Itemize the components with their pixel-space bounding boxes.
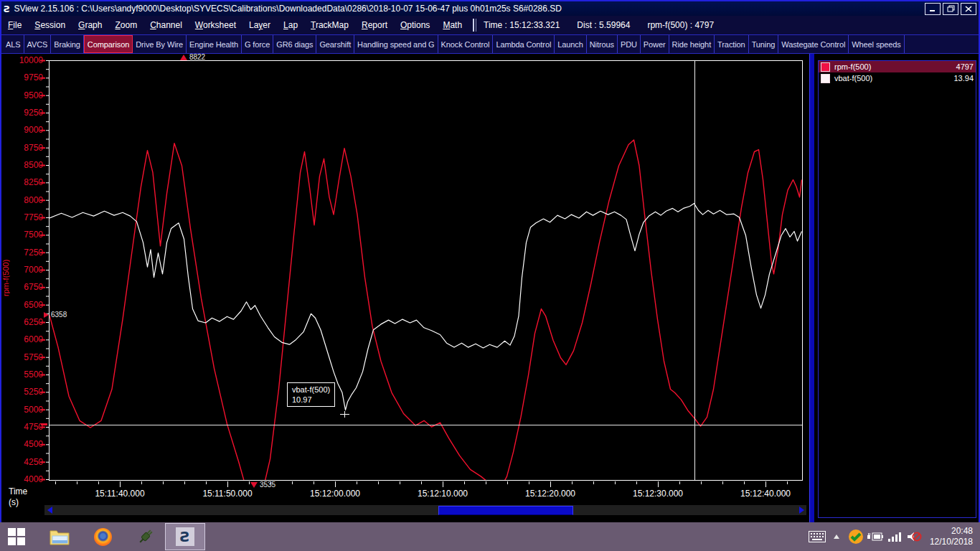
scroll-left-arrow[interactable] <box>44 505 55 515</box>
tab-pdu[interactable]: PDU <box>618 35 641 53</box>
start-button[interactable] <box>0 522 33 551</box>
keyboard-icon[interactable] <box>808 522 827 551</box>
menu-report[interactable]: Report <box>355 20 394 30</box>
restore-button[interactable] <box>943 3 958 15</box>
tab-wastegate-control[interactable]: Wastegate Control <box>778 35 849 53</box>
restore-icon <box>947 5 955 12</box>
tab-braking[interactable]: Braking <box>51 35 84 53</box>
y-axis-tick-label: 4250 <box>1 457 43 467</box>
plot-area[interactable] <box>49 60 803 481</box>
y-axis-tick-label: 5750 <box>1 352 43 362</box>
panel-splitter[interactable] <box>809 54 814 522</box>
chart-region: rpm-f(500) 8822 3535 6358 <box>1 54 809 522</box>
plug-icon <box>136 527 155 546</box>
battery-power-icon[interactable] <box>866 522 885 551</box>
y-axis-tick-label: 8250 <box>1 177 43 187</box>
x-axis-tick-label: 15:11:50.000 <box>195 489 260 499</box>
y-axis-tick-label: 7000 <box>1 265 43 275</box>
tab-gr6-diags[interactable]: GR6 diags <box>273 35 316 53</box>
tab-power[interactable]: Power <box>641 35 669 53</box>
scroll-right-arrow[interactable] <box>796 505 806 515</box>
y-axis-tick-label: 6250 <box>1 317 43 327</box>
network-signal-icon[interactable] <box>885 522 905 551</box>
time-scrollbar[interactable] <box>44 505 806 515</box>
menu-math[interactable]: Math <box>436 20 468 30</box>
time-cursor-line[interactable] <box>694 61 695 480</box>
y-axis-tick-label: 6000 <box>1 334 43 344</box>
taskbar-clock[interactable]: 20:48 12/10/2018 <box>930 526 973 547</box>
x-axis-tick-label: 15:12:30.000 <box>626 489 690 499</box>
tab-nitrous[interactable]: Nitrous <box>587 35 618 53</box>
value-cursor-line[interactable] <box>50 425 802 425</box>
menu-items: FileSessionGraphZoomChannelWorksheetLaye… <box>1 20 468 30</box>
sview-logo-icon: Ƨ <box>176 527 194 546</box>
tab-avcs[interactable]: AVCS <box>24 35 52 53</box>
menu-channel[interactable]: Channel <box>143 20 189 30</box>
menu-trackmap[interactable]: TrackMap <box>304 20 355 30</box>
y-axis-tick-label: 9500 <box>1 90 43 100</box>
triangle-right-icon <box>44 312 49 318</box>
triangle-down-icon <box>250 482 258 488</box>
legend-row[interactable]: rpm-f(500)4797 <box>819 61 976 72</box>
legend-channel-value: 13.94 <box>953 74 974 83</box>
menu-lap[interactable]: Lap <box>277 20 304 30</box>
menu-options[interactable]: Options <box>394 20 436 30</box>
tab-als[interactable]: ALS <box>3 35 24 53</box>
x-axis-tick-label: 15:12:40.000 <box>733 489 798 499</box>
firefox-button[interactable] <box>86 522 119 551</box>
y-axis-tick-label: 7750 <box>1 212 43 222</box>
tab-launch[interactable]: Launch <box>555 35 587 53</box>
tab-wheel-speeds[interactable]: Wheel speeds <box>849 35 905 53</box>
tab-engine-health[interactable]: Engine Health <box>187 35 242 53</box>
x-axis-title: Time (s) <box>9 486 27 508</box>
menu-file[interactable]: File <box>1 20 28 30</box>
y-axis-tick-label: 4000 <box>1 474 43 484</box>
status-dist: Dist : 5.59964 <box>577 20 630 30</box>
connector-app-button[interactable] <box>129 522 162 551</box>
menu-worksheet[interactable]: Worksheet <box>189 20 242 30</box>
legend-rows: rpm-f(500)4797vbat-f(500)13.94 <box>819 61 976 84</box>
window-title: SView 2.15.106 : C:\Users\andyf9000\Desk… <box>14 4 925 14</box>
menu-session[interactable]: Session <box>28 20 72 30</box>
trace-start-label: 6358 <box>51 311 67 319</box>
status-channel-value: rpm-f(500) : 4797 <box>647 20 714 30</box>
tab-ride-height[interactable]: Ride height <box>669 35 715 53</box>
x-axis-tick-label: 15:11:40.000 <box>88 489 152 499</box>
tab-traction[interactable]: Traction <box>715 35 749 53</box>
chevron-up-icon[interactable] <box>827 522 847 551</box>
y-axis-tick-label: 5500 <box>1 369 43 380</box>
triangle-up-icon <box>180 55 187 60</box>
tab-drive-by-wire[interactable]: Drive By Wire <box>133 35 187 53</box>
volume-muted-icon[interactable] <box>905 522 924 551</box>
chart-tooltip: vbat-f(500) 10.97 <box>287 382 335 407</box>
tab-g-force[interactable]: G force <box>242 35 273 53</box>
y-axis-tick-label: 5000 <box>1 405 43 415</box>
folder-icon <box>50 528 70 545</box>
file-explorer-button[interactable] <box>43 522 76 551</box>
legend-channel-name: rpm-f(500) <box>834 62 956 71</box>
scrollbar-thumb[interactable] <box>438 506 573 515</box>
sview-taskbar-button[interactable]: Ƨ <box>165 523 205 550</box>
crosshair-icon <box>344 411 345 418</box>
app-icon: Ƨ <box>4 4 10 14</box>
tab-comparison[interactable]: Comparison <box>84 35 133 53</box>
tooltip-channel: vbat-f(500) <box>292 385 330 395</box>
tab-handling-speed-and-g[interactable]: Handling speed and G <box>354 35 438 53</box>
max-marker-label: 8822 <box>189 53 205 61</box>
tab-tuning[interactable]: Tuning <box>749 35 779 53</box>
menu-layer[interactable]: Layer <box>242 20 277 30</box>
y-axis-tick-label: 7500 <box>1 230 43 240</box>
antivirus-icon[interactable] <box>847 522 866 551</box>
menu-graph[interactable]: Graph <box>72 20 108 30</box>
title-bar[interactable]: Ƨ SView 2.15.106 : C:\Users\andyf9000\De… <box>1 1 979 16</box>
menu-zoom[interactable]: Zoom <box>108 20 143 30</box>
close-button[interactable] <box>961 3 976 15</box>
legend-channel-value: 4797 <box>956 62 974 71</box>
tab-knock-control[interactable]: Knock Control <box>438 35 494 53</box>
tab-gearshift[interactable]: Gearshift <box>316 35 354 53</box>
minimize-button[interactable] <box>925 3 941 15</box>
firefox-icon <box>94 528 112 546</box>
tab-lambda-control[interactable]: Lambda Control <box>493 35 555 53</box>
legend-row[interactable]: vbat-f(500)13.94 <box>819 72 976 84</box>
menu-bar: FileSessionGraphZoomChannelWorksheetLaye… <box>1 16 979 34</box>
